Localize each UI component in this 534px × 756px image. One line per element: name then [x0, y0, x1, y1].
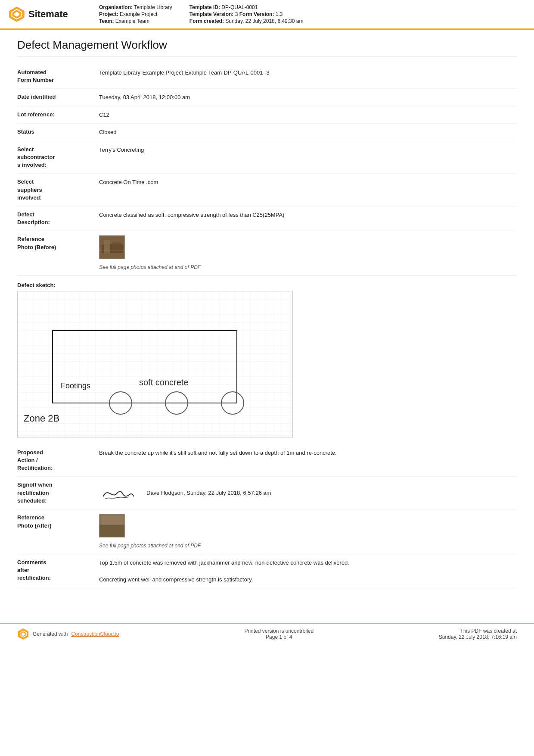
page-body: Defect Management Workflow AutomatedForm… [0, 30, 534, 606]
sketch-circle-1 [109, 391, 132, 415]
field-label-ref-photo-after: ReferencePhoto (After) [17, 514, 99, 550]
sketch-canvas: soft concrete Footings Zone 2B [17, 291, 293, 437]
field-defect-description: DefectDescription: Concrete classified a… [17, 206, 517, 231]
svg-rect-11 [102, 516, 123, 525]
photo-caption-after: See full page photos attached at end of … [99, 542, 517, 550]
field-value-proposed-action: Break the concrete up while it's still s… [99, 449, 517, 472]
signature-area: Dave Hodgson, Sunday, 22 July 2018, 6:57… [99, 481, 517, 505]
photo-thumb-after-img [99, 514, 124, 537]
form-created-row: Form created: Sunday, 22 July 2018, 6:49… [189, 18, 304, 24]
field-value-ref-photo-before: See full page photos attached at end of … [99, 235, 517, 271]
field-label-comments: Commentsafterrectification: [17, 559, 99, 584]
svg-rect-10 [99, 525, 125, 537]
header-meta-left: Organisation: Template Library Project: … [99, 4, 172, 24]
sketch-label: Defect sketch: [17, 282, 517, 288]
svg-rect-6 [112, 242, 121, 253]
photo-thumb-before-img [99, 236, 124, 259]
header-meta-right: Template ID: DP-QUAL-0001 Template Versi… [189, 4, 304, 24]
document-title: Defect Management Workflow [17, 38, 517, 56]
photo-caption-before: See full page photos attached at end of … [99, 263, 517, 271]
field-value-date: Tuesday, 03 April 2018, 12:00:00 am [99, 93, 517, 102]
footer-page-text: Page 1 of 4 [244, 634, 314, 640]
field-label-date: Date identified [17, 93, 99, 102]
sketch-inner-box: soft concrete Footings [52, 330, 237, 403]
logo-text: Sitemate [28, 9, 68, 20]
field-select-suppliers: Selectsuppliersinvolved: Concrete On Tim… [17, 174, 517, 206]
field-date-identified: Date identified Tuesday, 03 April 2018, … [17, 89, 517, 106]
sketch-circle-3 [221, 391, 244, 415]
footer-link[interactable]: ConstructionCloud.io [71, 631, 119, 637]
header-metadata: Organisation: Template Library Project: … [86, 4, 525, 24]
comments-line-1: Top 1.5m of concrete was removed with ja… [99, 559, 517, 567]
field-value-lot: C12 [99, 111, 517, 119]
sketch-section: Defect sketch: soft concrete Footings [17, 282, 517, 437]
field-reference-photo-after: ReferencePhoto (After) See full page pho… [17, 509, 517, 554]
sketch-circle-2 [165, 391, 188, 415]
field-value-ref-photo-after: See full page photos attached at end of … [99, 514, 517, 550]
page-header: Sitemate Organisation: Template Library … [0, 0, 534, 30]
field-automated-form-number: AutomatedForm Number Template Library-Ex… [17, 64, 517, 89]
footer-generated-text: Generated with [33, 631, 68, 637]
field-label-signoff: Signoff whenrectificationscheduled: [17, 481, 99, 505]
photo-thumb-after [99, 514, 125, 537]
field-label-lot: Lot reference: [17, 111, 99, 119]
project-row: Project: Example Project [99, 11, 172, 17]
field-select-subcontractors: Selectsubcontractors involved: Terry's C… [17, 141, 517, 174]
field-label-status: Status [17, 128, 99, 137]
sketch-soft-concrete-label: soft concrete [139, 378, 189, 387]
field-value-status: Closed [99, 128, 517, 137]
footer-left: Generated with ConstructionCloud.io [17, 628, 119, 640]
field-value-signoff: Dave Hodgson, Sunday, 22 July 2018, 6:57… [99, 481, 517, 505]
field-value-comments: Top 1.5m of concrete was removed with ja… [99, 559, 517, 584]
field-label-defect: DefectDescription: [17, 211, 99, 226]
sketch-footing-label: Footings [61, 381, 90, 390]
footer-pdf-created-date: Sunday, 22 July 2018, 7:16:19 am [439, 634, 517, 640]
team-row: Team: Example Team [99, 18, 172, 24]
signature-image [99, 481, 138, 505]
sketch-zone-label: Zone 2B [24, 413, 59, 424]
field-signoff: Signoff whenrectificationscheduled: Dave… [17, 477, 517, 509]
footer-pdf-created-label: This PDF was created at [439, 628, 517, 634]
signature-name-text: Dave Hodgson, Sunday, 22 July 2018, 6:57… [146, 489, 271, 497]
field-label-ref-photo-before: ReferencePhoto (Before) [17, 235, 99, 271]
footer-uncontrolled-text: Printed version is uncontrolled [244, 628, 314, 634]
footer-center: Printed version is uncontrolled Page 1 o… [244, 628, 314, 640]
field-label-proposed-action: ProposedAction /Rectification: [17, 449, 99, 472]
field-reference-photo-before: ReferencePhoto (Before) See full page ph… [17, 231, 517, 276]
org-row: Organisation: Template Library [99, 4, 172, 10]
template-version-row: Template Version: 3 Form Version: 1.3 [189, 11, 304, 17]
page-footer: Generated with ConstructionCloud.io Prin… [0, 623, 534, 644]
field-comments: Commentsafterrectification: Top 1.5m of … [17, 554, 517, 589]
field-lot-reference: Lot reference: C12 [17, 106, 517, 124]
field-value-suppliers: Concrete On Time .com [99, 178, 517, 202]
field-label-subcontractors: Selectsubcontractors involved: [17, 146, 99, 169]
photo-thumb-before [99, 235, 125, 259]
footer-right: This PDF was created at Sunday, 22 July … [439, 628, 517, 640]
field-value-automated: Template Library-Example Project-Example… [99, 69, 517, 84]
field-value-subcontractors: Terry's Concreting [99, 146, 517, 169]
field-label-automated: AutomatedForm Number [17, 69, 99, 84]
field-label-suppliers: Selectsuppliersinvolved: [17, 178, 99, 202]
template-id-row: Template ID: DP-QUAL-0001 [189, 4, 304, 10]
field-proposed-action: ProposedAction /Rectification: Break the… [17, 444, 517, 477]
footer-logo-icon [17, 628, 29, 640]
logo-area: Sitemate [9, 4, 78, 24]
sitemate-logo-icon [9, 6, 25, 22]
comments-line-2: Concreting went well and compressive str… [99, 575, 517, 584]
field-status: Status Closed [17, 124, 517, 141]
field-value-defect: Concrete classified as soft: compressive… [99, 211, 517, 226]
